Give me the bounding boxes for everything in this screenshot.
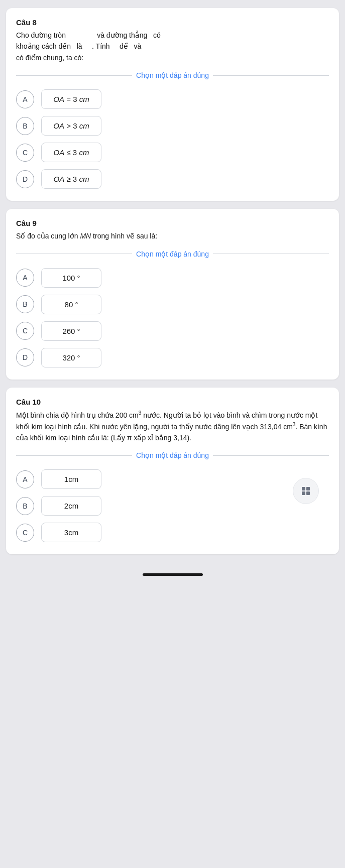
q10-option-c-letter[interactable]: C [16, 524, 34, 542]
grid-button[interactable] [293, 478, 319, 504]
q9-choose-label: Chọn một đáp án đúng [16, 250, 329, 258]
q10-option-b-value[interactable]: 2cm [41, 496, 101, 516]
q9-option-d-value[interactable]: 320 ° [41, 348, 101, 367]
question-8-card: Câu 8 Cho đường tròn và đường thẳng có k… [6, 8, 339, 201]
question-9-text: Số đo của cung lớn MN trong hình vẽ sau … [16, 230, 329, 241]
question-10-card: Câu 10 Một bình chia độ hình trụ chứa 20… [6, 388, 339, 554]
q8-option-d-letter[interactable]: D [16, 170, 34, 188]
q10-options: A 1cm B 2cm C 3cm [16, 469, 329, 542]
svg-rect-0 [302, 487, 305, 490]
question-8-number: Câu 8 [16, 18, 329, 27]
question-9-number: Câu 9 [16, 219, 329, 227]
q9-options: A 100 ° B 80 ° C 260 ° D 320 ° [16, 268, 329, 367]
q10-option-c-value[interactable]: 3cm [41, 523, 101, 542]
q8-option-a: A OA = 3 cm [16, 89, 329, 109]
q8-text-line2: khoảng cách đến là . Tính để và [16, 42, 141, 50]
q8-text-line3: có điểm chung, ta có: [16, 54, 83, 62]
q8-option-c: C OA ≤ 3 cm [16, 143, 329, 162]
q10-option-c: C 3cm [16, 523, 329, 542]
q8-option-a-value[interactable]: OA = 3 cm [41, 89, 101, 109]
q9-option-a-letter[interactable]: A [16, 269, 34, 287]
q8-option-c-value[interactable]: OA ≤ 3 cm [41, 143, 101, 162]
q10-option-a: A 1cm [16, 469, 329, 489]
q9-option-a: A 100 ° [16, 268, 329, 288]
svg-rect-2 [302, 491, 305, 495]
q8-option-b-value[interactable]: OA > 3 cm [41, 116, 101, 136]
q9-option-d: D 320 ° [16, 348, 329, 367]
q9-option-c-letter[interactable]: C [16, 322, 34, 340]
q10-option-a-letter[interactable]: A [16, 470, 34, 488]
svg-rect-1 [306, 487, 310, 490]
q9-option-b-letter[interactable]: B [16, 295, 34, 313]
q8-choose-label: Chọn một đáp án đúng [16, 71, 329, 79]
q9-option-c-value[interactable]: 260 ° [41, 321, 101, 341]
question-10-number: Câu 10 [16, 398, 329, 406]
q8-option-c-letter[interactable]: C [16, 144, 34, 162]
question-10-text: Một bình chia độ hình trụ chứa 200 cm3 n… [16, 409, 329, 443]
q9-option-b-value[interactable]: 80 ° [41, 295, 101, 314]
question-9-card: Câu 9 Số đo của cung lớn MN trong hình v… [6, 209, 339, 379]
q10-option-a-value[interactable]: 1cm [41, 469, 101, 489]
q9-option-d-letter[interactable]: D [16, 348, 34, 366]
q9-option-a-value[interactable]: 100 ° [41, 268, 101, 288]
q10-option-b-letter[interactable]: B [16, 497, 34, 515]
q9-option-c: C 260 ° [16, 321, 329, 341]
q8-option-b: B OA > 3 cm [16, 116, 329, 136]
q9-option-b: B 80 ° [16, 295, 329, 314]
svg-rect-3 [306, 491, 310, 495]
q8-option-d: D OA ≥ 3 cm [16, 169, 329, 189]
q8-option-b-letter[interactable]: B [16, 117, 34, 135]
q8-option-d-value[interactable]: OA ≥ 3 cm [41, 169, 101, 189]
grid-icon [301, 486, 311, 496]
q8-option-a-letter[interactable]: A [16, 90, 34, 108]
q8-text-line1: Cho đường tròn và đường thẳng có [16, 31, 161, 39]
q8-options: A OA = 3 cm B OA > 3 cm C OA ≤ 3 cm D OA… [16, 89, 329, 189]
q10-choose-label: Chọn một đáp án đúng [16, 451, 329, 459]
question-8-text: Cho đường tròn và đường thẳng có khoảng … [16, 30, 329, 63]
q10-option-b: B 2cm [16, 496, 329, 516]
home-indicator [143, 573, 203, 576]
